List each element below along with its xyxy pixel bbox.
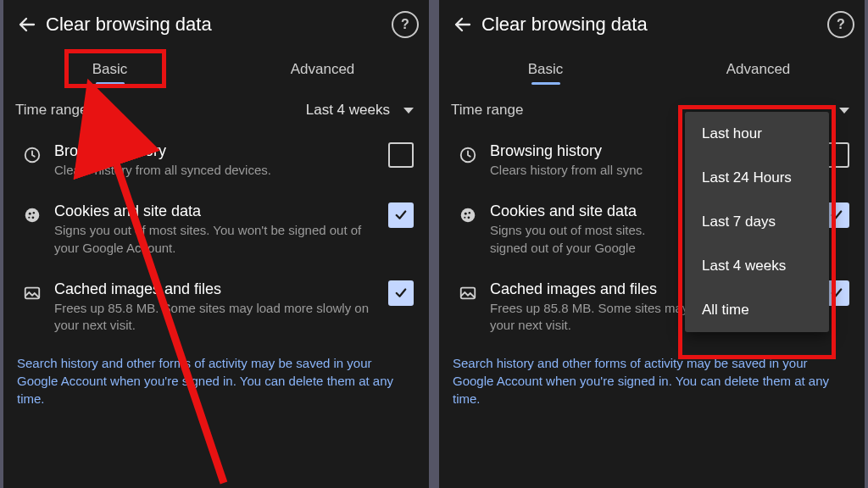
option-cache[interactable]: Cached images and files Frees up 85.8 MB… bbox=[3, 269, 429, 347]
option-title: Browsing history bbox=[54, 142, 376, 160]
svg-point-9 bbox=[461, 208, 476, 223]
image-icon bbox=[451, 280, 485, 302]
time-range-label: Time range bbox=[15, 102, 306, 119]
dropdown-option[interactable]: Last 7 days bbox=[685, 200, 829, 244]
option-desc: Clears history from all synced devices. bbox=[54, 162, 376, 179]
cookie-icon bbox=[15, 202, 49, 225]
dropdown-option[interactable]: Last hour bbox=[685, 112, 829, 156]
image-icon bbox=[15, 280, 49, 302]
svg-point-3 bbox=[33, 212, 35, 214]
checkbox[interactable] bbox=[388, 202, 414, 228]
tab-advanced-label: Advanced bbox=[291, 61, 355, 78]
svg-point-12 bbox=[468, 217, 470, 219]
tab-underline bbox=[96, 82, 125, 85]
tabs: Basic Advanced bbox=[3, 49, 429, 90]
tab-basic-label: Basic bbox=[528, 61, 564, 78]
footer-note: Search history and other forms of activi… bbox=[439, 346, 865, 408]
header: Clear browsing data ? bbox=[439, 0, 865, 49]
tab-advanced[interactable]: Advanced bbox=[652, 49, 865, 90]
dropdown-option[interactable]: Last 24 Hours bbox=[685, 156, 829, 200]
clock-icon bbox=[451, 142, 485, 164]
tab-advanced-label: Advanced bbox=[726, 61, 791, 78]
svg-point-2 bbox=[29, 213, 31, 215]
page-title: Clear browsing data bbox=[476, 14, 827, 36]
dropdown-option[interactable]: Last 4 weeks bbox=[685, 244, 829, 288]
svg-point-13 bbox=[464, 217, 465, 219]
footer-note: Search history and other forms of activi… bbox=[3, 346, 429, 408]
tab-basic-label: Basic bbox=[92, 61, 128, 78]
back-button[interactable] bbox=[449, 11, 476, 38]
svg-point-4 bbox=[32, 217, 35, 219]
time-range-row[interactable]: Time range Last 4 weeks bbox=[3, 90, 429, 130]
time-range-dropdown[interactable]: Last hour Last 24 Hours Last 7 days Last… bbox=[685, 112, 829, 332]
page-title: Clear browsing data bbox=[41, 14, 392, 36]
option-cookies[interactable]: Cookies and site data Signs you out of m… bbox=[3, 191, 429, 269]
checkbox[interactable] bbox=[388, 280, 414, 306]
screenshot-right: Clear browsing data ? Basic Advanced Tim… bbox=[439, 0, 865, 488]
tab-basic[interactable]: Basic bbox=[3, 49, 216, 90]
svg-point-11 bbox=[469, 212, 470, 214]
help-icon[interactable]: ? bbox=[392, 11, 419, 38]
svg-point-1 bbox=[25, 208, 40, 223]
tab-basic[interactable]: Basic bbox=[439, 49, 652, 90]
chevron-down-icon bbox=[839, 108, 849, 114]
dropdown-option[interactable]: All time bbox=[685, 288, 829, 332]
help-icon[interactable]: ? bbox=[827, 11, 854, 38]
checkbox[interactable] bbox=[388, 142, 414, 168]
time-range-value: Last 4 weeks bbox=[306, 102, 395, 119]
back-button[interactable] bbox=[14, 11, 41, 38]
header: Clear browsing data ? bbox=[3, 0, 429, 49]
chevron-down-icon bbox=[403, 108, 414, 114]
option-desc: Signs you out of most sites. You won't b… bbox=[54, 222, 376, 257]
tab-advanced[interactable]: Advanced bbox=[216, 49, 429, 90]
cookie-icon bbox=[451, 202, 485, 225]
option-desc: Frees up 85.8 MB. Some sites may load mo… bbox=[54, 300, 376, 335]
option-browsing-history[interactable]: Browsing history Clears history from all… bbox=[3, 130, 429, 191]
tab-underline bbox=[531, 82, 560, 85]
screenshot-left: Clear browsing data ? Basic Advanced Tim… bbox=[3, 0, 429, 488]
option-title: Cookies and site data bbox=[54, 202, 376, 220]
option-title: Cached images and files bbox=[54, 280, 376, 298]
tabs: Basic Advanced bbox=[439, 49, 865, 90]
clock-icon bbox=[15, 142, 49, 164]
svg-point-10 bbox=[465, 213, 467, 215]
svg-point-5 bbox=[28, 217, 30, 219]
